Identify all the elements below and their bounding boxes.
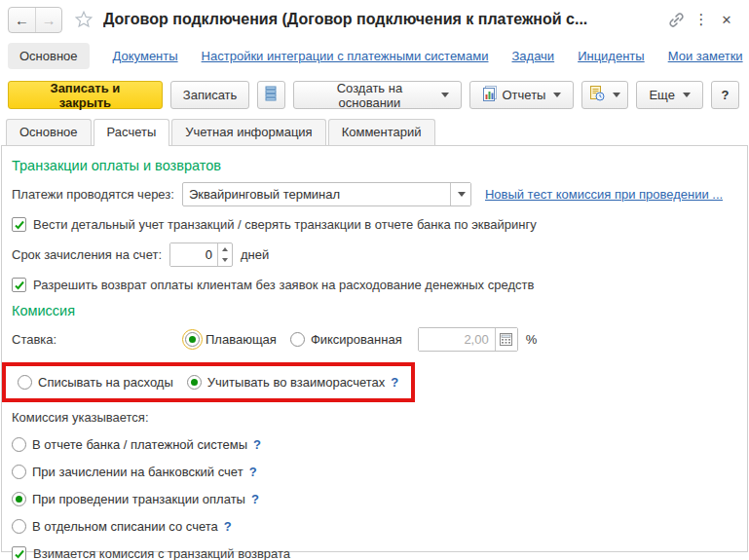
more-label: Еще xyxy=(649,88,674,102)
chevron-down-icon xyxy=(683,93,691,97)
help-question-icon[interactable]: ? xyxy=(253,437,261,452)
kebab-menu-icon[interactable]: ⋮ xyxy=(689,11,714,28)
nav-item-my-notes[interactable]: Мои заметки xyxy=(668,49,743,63)
create-based-on-button[interactable]: Создать на основании xyxy=(293,81,461,109)
toolbar: Записать и закрыть Записать Создать на о… xyxy=(0,79,749,117)
option-bank-report-row: В отчете банка / платежной системы ? xyxy=(12,437,737,452)
close-icon[interactable]: ✕ xyxy=(714,13,739,27)
commission-mutual-radio[interactable]: Учитывать во взаиморасчетах xyxy=(187,375,386,390)
commission-specified-label: Комиссия указывается: xyxy=(12,410,149,425)
reports-button[interactable]: Отчеты xyxy=(469,81,575,109)
nav-item-documents[interactable]: Документы xyxy=(113,49,178,63)
radio-selected-icon xyxy=(187,375,202,390)
save-and-close-button[interactable]: Записать и закрыть xyxy=(8,81,163,109)
forward-arrow-icon: → xyxy=(42,12,56,28)
rate-floating-radio[interactable]: Плавающая xyxy=(185,332,277,347)
allow-refund-checkbox[interactable] xyxy=(12,278,26,292)
option-bank-report-label: В отчете банка / платежной системы xyxy=(32,437,247,452)
detailed-accounting-row: Вести детальный учет транзакций / сверят… xyxy=(12,217,737,232)
nav-links: Основное Документы Настройки интеграции … xyxy=(0,39,749,79)
option-bank-account-row: При зачислении на банковский счет ? xyxy=(12,465,737,479)
stepper-up-icon[interactable] xyxy=(218,243,232,255)
commission-expenses-label: Списывать на расходы xyxy=(38,375,173,390)
settlement-term-stepper[interactable] xyxy=(169,243,233,267)
radio-selected-icon xyxy=(12,492,26,506)
page-title: Договор подключения (Договор подключения… xyxy=(103,11,587,28)
radio-unselected-icon xyxy=(18,375,32,390)
nav-item-tasks[interactable]: Задачи xyxy=(511,49,554,63)
back-button[interactable]: ← xyxy=(9,8,35,32)
chevron-down-icon xyxy=(441,93,449,97)
help-question-icon[interactable]: ? xyxy=(391,375,398,390)
settlement-term-row: Срок зачисления на счет: дней xyxy=(12,243,737,267)
return-commission-checkbox[interactable] xyxy=(12,546,26,560)
rate-fixed-radio[interactable]: Фиксированная xyxy=(290,332,402,347)
register-stack-icon xyxy=(265,86,278,104)
help-button[interactable]: ? xyxy=(711,81,739,109)
allow-refund-label[interactable]: Разрешить возврат оплаты клиентам без за… xyxy=(33,278,534,292)
settlement-term-input[interactable] xyxy=(170,243,217,266)
tab-calculations[interactable]: Расчеты xyxy=(94,119,170,146)
chevron-down-icon xyxy=(613,93,620,97)
rate-fixed-label: Фиксированная xyxy=(311,332,402,347)
tab-main[interactable]: Основное xyxy=(6,119,92,145)
payments-via-combobox[interactable]: Эквайринговый терминал xyxy=(182,182,471,206)
reports-label: Отчеты xyxy=(503,88,546,102)
rate-floating-label: Плавающая xyxy=(206,332,277,347)
commission-specified-label-row: Комиссия указывается: xyxy=(12,410,737,425)
register-records-button[interactable] xyxy=(257,81,285,109)
option-separate-radio[interactable]: В отдельном списании со счета xyxy=(12,519,218,534)
copy-link-icon[interactable] xyxy=(663,12,689,28)
chevron-down-icon xyxy=(553,93,561,97)
detailed-accounting-label[interactable]: Вести детальный учет транзакций / сверят… xyxy=(33,217,537,232)
radio-selected-icon xyxy=(185,332,200,347)
nav-item-incidents[interactable]: Инциденты xyxy=(578,49,645,63)
allow-refund-row: Разрешить возврат оплаты клиентам без за… xyxy=(12,278,737,292)
settlement-term-suffix: дней xyxy=(241,247,269,262)
detailed-accounting-checkbox[interactable] xyxy=(12,217,26,232)
radio-unselected-icon xyxy=(12,437,26,452)
section-title-transactions: Транзакции оплаты и возвратов xyxy=(12,158,737,173)
section-title-commission: Комиссия xyxy=(12,303,737,318)
tab-accounting-info[interactable]: Учетная информация xyxy=(171,119,325,145)
option-separate-row: В отдельном списании со счета ? xyxy=(12,519,737,534)
nav-item-main[interactable]: Основное xyxy=(8,43,90,69)
option-bank-account-label: При зачислении на банковский счет xyxy=(32,465,243,479)
option-payment-tx-radio[interactable]: При проведении транзакции оплаты xyxy=(12,492,245,506)
commission-test-link[interactable]: Новый тест комиссия при проведении ... xyxy=(485,187,723,202)
help-question-icon[interactable]: ? xyxy=(224,519,232,534)
tab-comment[interactable]: Комментарий xyxy=(328,119,435,145)
nav-item-integration-settings[interactable]: Настройки интеграции с платежными систем… xyxy=(202,49,489,63)
save-button[interactable]: Записать xyxy=(170,81,250,109)
commission-mutual-label: Учитывать во взаиморасчетах xyxy=(207,375,386,390)
rate-value-field[interactable] xyxy=(418,327,518,352)
tab-bar: Основное Расчеты Учетная информация Комм… xyxy=(0,119,749,145)
option-separate-label: В отдельном списании со счета xyxy=(32,519,218,534)
payments-via-label: Платежи проводятся через: xyxy=(12,187,174,202)
option-payment-tx-row: При проведении транзакции оплаты ? xyxy=(12,492,737,506)
return-commission-label[interactable]: Взимается комиссия с транзакций возврата xyxy=(33,546,290,560)
stepper-down-icon[interactable] xyxy=(218,255,232,267)
radio-unselected-icon xyxy=(12,465,26,479)
option-bank-report-radio[interactable]: В отчете банка / платежной системы xyxy=(12,437,247,452)
rate-value-input[interactable] xyxy=(419,328,495,351)
commission-expenses-radio[interactable]: Списывать на расходы xyxy=(18,375,173,390)
back-arrow-icon: ← xyxy=(15,12,29,28)
option-bank-account-radio[interactable]: При зачислении на банковский счет xyxy=(12,465,243,479)
payments-via-value: Эквайринговый терминал xyxy=(183,183,450,205)
option-payment-tx-label: При проведении транзакции оплаты xyxy=(32,492,245,506)
radio-unselected-icon xyxy=(290,332,305,347)
combo-dropdown-button[interactable] xyxy=(450,183,470,205)
payments-via-row: Платежи проводятся через: Эквайринговый … xyxy=(12,182,737,206)
history-nav-group: ← → xyxy=(8,7,62,33)
more-button[interactable]: Еще xyxy=(636,81,702,109)
favorite-star-icon[interactable] xyxy=(74,10,94,29)
help-question-icon[interactable]: ? xyxy=(249,465,257,479)
help-question-icon[interactable]: ? xyxy=(251,492,259,506)
forward-button[interactable]: → xyxy=(35,8,61,32)
calculator-icon[interactable] xyxy=(495,328,517,351)
chevron-down-icon xyxy=(458,192,466,197)
connection-agreement-window: ← → Договор подключения (Договор подключ… xyxy=(0,0,749,560)
document-clock-icon xyxy=(589,86,605,104)
scheduled-tasks-button[interactable] xyxy=(581,81,628,109)
